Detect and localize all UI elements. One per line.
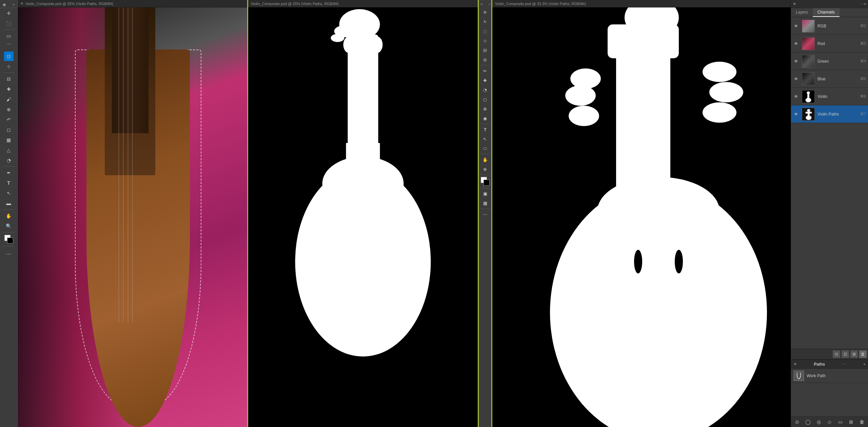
panel-options-btn[interactable]: ⋯ — [861, 2, 864, 6]
rt-bg-color[interactable] — [484, 180, 490, 186]
fill-path-btn[interactable]: ⊙ — [793, 418, 801, 426]
paths-panel: ✕ Paths ⋯ » Work Path ⊙ ◯ ◎ ◇ — [791, 359, 868, 427]
svg-point-32 — [807, 109, 810, 111]
tab-bar: Layers Channels — [791, 8, 868, 17]
channel-item-red[interactable]: 👁 Red ⌘3 — [791, 35, 868, 53]
gradient-tool[interactable]: ▦ — [4, 135, 14, 145]
crop-tool[interactable]: ⊹ — [4, 62, 14, 71]
move-tool[interactable]: ✛ — [4, 8, 14, 18]
eye-icon-rgb[interactable]: 👁 — [793, 23, 799, 29]
artboard-tool[interactable]: ⬛ — [4, 19, 14, 28]
background-color[interactable] — [7, 238, 13, 244]
rt-transform[interactable]: ⊟ — [481, 46, 490, 55]
history-brush-tool[interactable]: ↶ — [4, 115, 14, 124]
color-swatch[interactable] — [4, 235, 13, 244]
add-mask-from-path-btn[interactable]: ▭ — [836, 418, 844, 426]
make-work-path-btn[interactable]: ◇ — [826, 418, 833, 426]
rt-color-swatch[interactable] — [481, 177, 490, 186]
channel-item-blue[interactable]: 👁 Blue ⌘5 — [791, 70, 868, 88]
rt-dodge[interactable]: ◔ — [481, 85, 490, 94]
svg-point-22 — [597, 177, 719, 245]
new-channel-btn[interactable]: ⊞ — [850, 350, 858, 358]
tab-channels[interactable]: Channels — [813, 8, 840, 17]
rt-collapse[interactable]: ✕ — [480, 2, 483, 6]
load-path-as-selection-btn[interactable]: ◎ — [815, 418, 823, 426]
eye-icon-violin-paths[interactable]: 👁 — [793, 111, 799, 117]
rt-stamp[interactable]: ⊕ — [481, 104, 490, 113]
svg-point-33 — [805, 111, 808, 114]
channel-item-green[interactable]: 👁 Green ⌘4 — [791, 53, 868, 70]
rt-crop[interactable]: ⊹ — [481, 36, 490, 45]
path-select-tool[interactable]: ↖ — [4, 188, 14, 198]
rt-expand[interactable]: » — [488, 2, 490, 6]
delete-channel-btn[interactable]: 🗑 — [859, 350, 867, 358]
eraser-tool[interactable]: ◻ — [4, 125, 14, 135]
rt-hand[interactable]: ✋ — [481, 155, 490, 164]
eye-icon-green[interactable]: 👁 — [793, 58, 799, 64]
svg-rect-10 — [346, 143, 380, 211]
zoom-tool[interactable]: 🔍 — [4, 221, 14, 231]
tab-layers[interactable]: Layers — [791, 8, 813, 17]
rt-mask-mode[interactable]: ▩ — [481, 199, 490, 207]
rt-eyedropper[interactable]: ⊘ — [481, 55, 490, 64]
more-tools[interactable]: … — [4, 248, 14, 257]
brush-tool[interactable]: 🖌 — [4, 95, 14, 104]
path-item-work-path[interactable]: Work Path — [791, 369, 868, 383]
new-path-btn[interactable]: ⊞ — [847, 418, 855, 426]
clone-stamp-tool[interactable]: ⊕ — [4, 105, 14, 114]
rt-screen-mode[interactable]: ▣ — [481, 189, 490, 198]
marquee-rect-tool[interactable]: ▭ — [4, 31, 14, 41]
rt-brush[interactable]: ✏ — [481, 66, 490, 75]
panel1-titlebar: ✕ Violin_Composite.psd @ 25% (Violin Pat… — [18, 0, 247, 7]
toolbar-top-expand[interactable]: » — [11, 3, 16, 6]
rt-heal[interactable]: ✚ — [481, 76, 490, 85]
panel-expand-btn[interactable]: » — [864, 2, 866, 6]
eye-icon-red[interactable]: 👁 — [793, 41, 799, 47]
panel1-close[interactable]: ✕ — [20, 1, 23, 6]
rt-pen[interactable]: ↖ — [481, 135, 490, 143]
rt-ellipse[interactable]: ⬭ — [481, 144, 490, 153]
paths-expand-btn[interactable]: » — [863, 362, 865, 366]
rt-eraser[interactable]: ◻ — [481, 95, 490, 104]
dodge-tool[interactable]: ◔ — [4, 156, 14, 165]
eye-icon-violin[interactable]: 👁 — [793, 94, 799, 100]
blur-tool[interactable]: △ — [4, 145, 14, 155]
channel-thumb-green — [802, 55, 815, 68]
healing-brush-tool[interactable]: ✚ — [4, 84, 14, 94]
pen-tool[interactable]: ✒ — [4, 168, 14, 178]
rt-sep4 — [480, 175, 490, 175]
lasso-tool[interactable]: ⌒ — [4, 41, 14, 51]
panel-collapse-btn[interactable]: ✕ — [793, 2, 796, 6]
channel-item-violin-paths[interactable]: 👁 Violin Paths ⌘7 — [791, 105, 868, 123]
load-selection-btn[interactable]: ⊙ — [833, 350, 840, 358]
save-selection-btn[interactable]: ⊡ — [842, 350, 849, 358]
rectangle-tool[interactable]: ▬ — [4, 199, 14, 208]
eye-icon-blue[interactable]: 👁 — [793, 76, 799, 82]
sep1 — [3, 29, 15, 30]
rt-text[interactable]: T — [481, 125, 490, 134]
eyedropper-tool[interactable]: ⊟ — [4, 74, 14, 84]
rt-lasso[interactable]: ◌ — [481, 27, 490, 36]
rt-zoom[interactable]: ⊕ — [481, 165, 490, 174]
paths-options-btn[interactable]: ⋯ — [843, 362, 846, 366]
panel4-content — [492, 7, 791, 427]
paths-header: ✕ Paths ⋯ » — [791, 360, 868, 369]
rt-rotate[interactable]: ↻ — [481, 17, 490, 26]
quick-select-tool[interactable]: ⊡ — [4, 52, 14, 61]
paths-empty-area — [791, 383, 868, 416]
rt-smudge[interactable]: ◉ — [481, 114, 490, 123]
hand-tool[interactable]: ✋ — [4, 211, 14, 221]
channel-shortcut-red: ⌘3 — [860, 41, 866, 46]
panel1-title: Violin_Composite.psd @ 25% (Violin Paths… — [25, 2, 113, 6]
rt-more[interactable]: ⋯ — [481, 210, 490, 219]
channel-item-rgb[interactable]: 👁 RGB ⌘2 — [791, 17, 868, 35]
channel-item-violin[interactable]: 👁 Violin ⌘6 — [791, 88, 868, 105]
right-toolbar: ✕ » ✛ ↻ ◌ ⊹ ⊟ ⊘ ✏ ✚ ◔ ◻ ⊕ ◉ T ↖ ⬭ ✋ ⊕ — [479, 0, 492, 427]
stroke-path-btn[interactable]: ◯ — [804, 418, 812, 426]
toolbar-top-collapse[interactable]: ▣ — [1, 3, 7, 6]
rt-move[interactable]: ✛ — [481, 8, 490, 17]
paths-collapse-btn[interactable]: ✕ — [794, 362, 796, 366]
delete-path-btn[interactable]: 🗑 — [858, 418, 866, 426]
text-tool[interactable]: T — [4, 178, 14, 188]
channel-footer: ⊙ ⊡ ⊞ 🗑 — [791, 349, 868, 359]
